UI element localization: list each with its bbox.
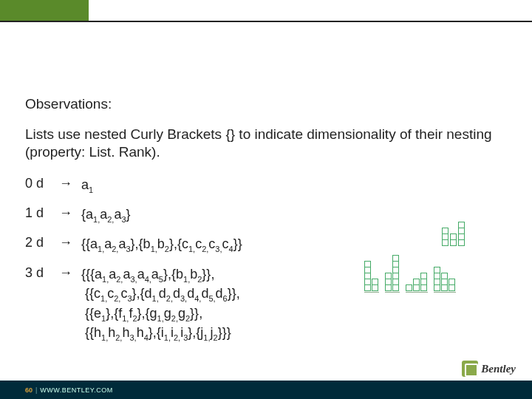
row-1d: 1 d → {a1,a2,a3} xyxy=(25,205,507,225)
logo-mark-icon xyxy=(462,361,478,377)
arrow-icon: → xyxy=(59,235,81,250)
arrow-icon: → xyxy=(59,176,81,191)
slide: Observations: Lists use nested Curly Bra… xyxy=(0,0,532,399)
dim-label: 3 d xyxy=(25,265,59,281)
dim-label: 2 d xyxy=(25,235,59,250)
observations-description: Lists use nested Curly Brackets {} to in… xyxy=(25,126,507,161)
expression-3d: {{{a1,a2,a3,a4,a5},{b1,b2}}, {{c1,c2,c3}… xyxy=(81,265,240,344)
header-spacer xyxy=(89,0,532,21)
expression-2d: {{a1,a2,a3},{b1,b2},{c1,c2,c3,c4}} xyxy=(81,235,242,254)
header-bar xyxy=(0,0,532,22)
dim-label: 1 d xyxy=(25,205,59,221)
row-2d: 2 d → {{a1,a2,a3},{b1,b2},{c1,c2,c3,c4}} xyxy=(25,235,507,254)
footer-url: WWW.BENTLEY.COM xyxy=(40,386,112,394)
header-accent-block xyxy=(0,0,89,21)
footer-bar: 60 | WWW.BENTLEY.COM xyxy=(0,381,532,399)
bentley-logo: Bentley xyxy=(462,361,516,377)
content-area: Observations: Lists use nested Curly Bra… xyxy=(0,22,532,344)
diagram-2d xyxy=(442,222,501,245)
page-number: 60 xyxy=(25,386,33,394)
logo-text: Bentley xyxy=(481,363,516,375)
expression-0d: a1 xyxy=(81,176,93,195)
diagram-3d xyxy=(364,256,501,290)
arrow-icon: → xyxy=(59,265,81,281)
observations-title: Observations: xyxy=(25,96,507,112)
expression-1d: {a1,a2,a3} xyxy=(81,205,131,225)
dim-label: 0 d xyxy=(25,176,59,191)
footer-separator: | xyxy=(35,386,37,394)
row-0d: 0 d → a1 xyxy=(25,176,507,195)
arrow-icon: → xyxy=(59,205,81,221)
